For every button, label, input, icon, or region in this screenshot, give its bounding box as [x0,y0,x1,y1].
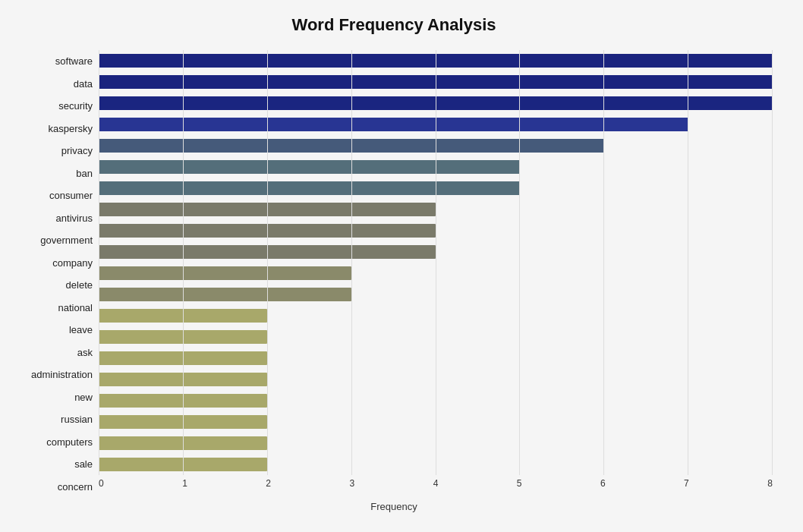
y-label: delete [66,276,93,294]
x-tick: 1 [182,478,187,489]
y-label: consumer [49,187,93,205]
x-tick: 6 [600,478,606,489]
grid-line [267,50,268,475]
x-tick: 3 [349,478,354,489]
x-tick: 5 [517,478,522,489]
y-label: software [55,52,93,71]
y-labels: softwaredatasecuritykasperskyprivacybanc… [15,50,99,498]
y-label: leave [69,321,93,339]
y-label: computers [46,433,93,451]
x-tick: 8 [767,478,773,489]
chart-container: Word Frequency Analysis softwaredatasecu… [0,0,803,532]
x-axis: 012345678 [99,475,773,498]
y-label: new [74,388,93,406]
grid-line [351,50,352,475]
grid-line [603,50,604,475]
grid-line [99,50,99,475]
y-label: security [58,97,93,115]
y-label: sale [74,455,93,474]
x-tick: 4 [433,478,439,489]
y-label: russian [61,411,93,429]
grid-line [183,50,184,475]
y-label: national [58,298,93,316]
y-label: ban [76,164,93,182]
grid-line [436,50,436,475]
grid-line [688,50,688,475]
x-tick: 2 [266,478,271,489]
y-label: concern [58,477,93,496]
grid-line [519,50,520,475]
y-label: ask [77,343,93,361]
y-label: antivirus [56,209,93,227]
y-label: government [40,231,93,250]
y-label: company [52,253,93,272]
chart-area: softwaredatasecuritykasperskyprivacybanc… [15,50,773,498]
grid-lines [99,50,773,475]
y-label: data [74,74,93,93]
x-tick: 0 [99,478,104,489]
grid-line [772,50,773,475]
x-tick: 7 [684,478,689,489]
y-label: privacy [61,142,93,160]
bars-and-grid: 012345678 [99,50,773,498]
x-axis-label: Frequency [15,501,773,512]
y-label: administration [31,366,93,384]
chart-title: Word Frequency Analysis [15,15,773,35]
y-label: kaspersky [48,119,93,137]
